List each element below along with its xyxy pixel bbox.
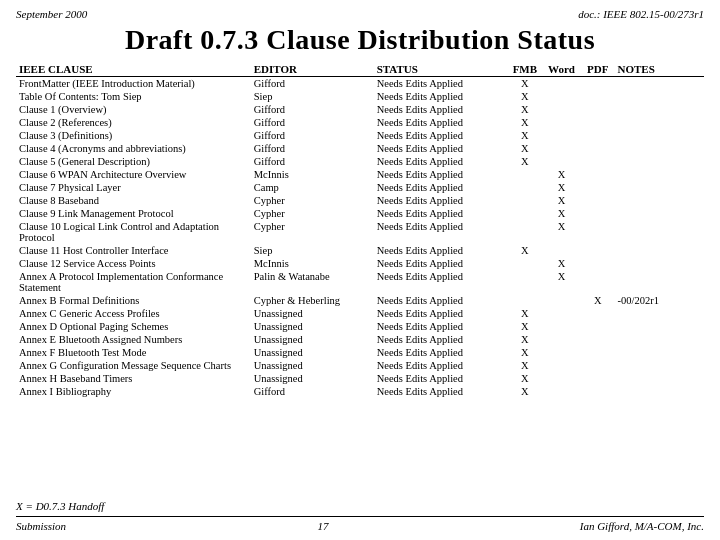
table-row: Clause 1 (Overview)GiffordNeeds Edits Ap… <box>16 103 704 116</box>
table-row: Clause 3 (Definitions)GiffordNeeds Edits… <box>16 129 704 142</box>
col-header-pdf: PDF <box>581 62 615 77</box>
table-row: Annex D Optional Paging SchemesUnassigne… <box>16 320 704 333</box>
table-row: Annex C Generic Access ProfilesUnassigne… <box>16 307 704 320</box>
header-left: September 2000 <box>16 8 87 20</box>
table-row: Annex H Baseband TimersUnassignedNeeds E… <box>16 372 704 385</box>
col-header-notes: NOTES <box>615 62 704 77</box>
table-row: Annex B Formal DefinitionsCypher & Heber… <box>16 294 704 307</box>
page-title: Draft 0.7.3 Clause Distribution Status <box>16 24 704 56</box>
table-row: Clause 10 Logical Link Control and Adapt… <box>16 220 704 244</box>
table-row: Clause 7 Physical LayerCampNeeds Edits A… <box>16 181 704 194</box>
col-header-clause: IEEE CLAUSE <box>16 62 251 77</box>
table-row: Clause 11 Host Controller InterfaceSiepN… <box>16 244 704 257</box>
footer-right: Ian Gifford, M/A-COM, Inc. <box>580 520 704 532</box>
col-header-editor: EDITOR <box>251 62 374 77</box>
footer-center: 17 <box>317 520 328 532</box>
table-row: Annex I BibliographyGiffordNeeds Edits A… <box>16 385 704 398</box>
table-row: Clause 6 WPAN Architecture OverviewMcInn… <box>16 168 704 181</box>
table-row: FrontMatter (IEEE Introduction Material)… <box>16 77 704 91</box>
footer-left: Submission <box>16 520 66 532</box>
table-row: Annex A Protocol Implementation Conforma… <box>16 270 704 294</box>
footer-note: X = D0.7.3 Handoff <box>16 500 704 512</box>
col-header-fmb: FMB <box>508 62 542 77</box>
header-right: doc.: IEEE 802.15-00/273r1 <box>578 8 704 20</box>
page: September 2000 doc.: IEEE 802.15-00/273r… <box>0 0 720 540</box>
table-row: Annex G Configuration Message Sequence C… <box>16 359 704 372</box>
col-header-status: STATUS <box>374 62 508 77</box>
table-row: Clause 8 BasebandCypherNeeds Edits Appli… <box>16 194 704 207</box>
table-row: Clause 12 Service Access PointsMcInnisNe… <box>16 257 704 270</box>
header: September 2000 doc.: IEEE 802.15-00/273r… <box>16 8 704 20</box>
table-row: Annex E Bluetooth Assigned NumbersUnassi… <box>16 333 704 346</box>
table-header-row: IEEE CLAUSE EDITOR STATUS FMB Word PDF N… <box>16 62 704 77</box>
table-row: Annex F Bluetooth Test ModeUnassignedNee… <box>16 346 704 359</box>
table-row: Table Of Contents: Tom SiepSiepNeeds Edi… <box>16 90 704 103</box>
table-row: Clause 9 Link Management ProtocolCypherN… <box>16 207 704 220</box>
table-row: Clause 5 (General Description)GiffordNee… <box>16 155 704 168</box>
footer-bar: Submission 17 Ian Gifford, M/A-COM, Inc. <box>16 516 704 532</box>
main-table-container: IEEE CLAUSE EDITOR STATUS FMB Word PDF N… <box>16 62 704 496</box>
table-row: Clause 2 (References)GiffordNeeds Edits … <box>16 116 704 129</box>
table-row: Clause 4 (Acronyms and abbreviations)Gif… <box>16 142 704 155</box>
col-header-word: Word <box>542 62 581 77</box>
clause-table: IEEE CLAUSE EDITOR STATUS FMB Word PDF N… <box>16 62 704 398</box>
